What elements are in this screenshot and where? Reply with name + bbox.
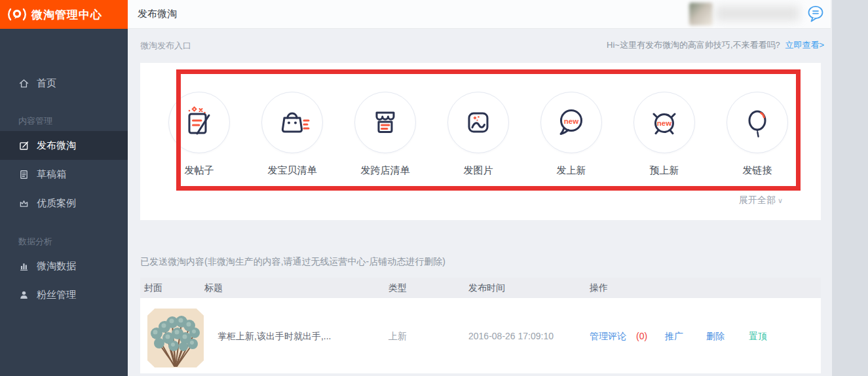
tip-text: Hi~这里有发布微淘的高富帅技巧,不来看看吗? (607, 40, 780, 50)
entry-item-label: 发图片 (464, 164, 493, 177)
row-title: 掌柜上新,该出手时就出手,... (217, 331, 331, 343)
sidebar-item-label: 首页 (37, 77, 56, 90)
entry-item-label: 发跨店清单 (361, 164, 410, 177)
entry-item-pre-new[interactable]: new 预上新 (618, 92, 711, 177)
entry-item-picture[interactable]: 发图片 (432, 92, 525, 177)
sidebar-section-analytics: 数据分析 (0, 232, 128, 252)
balloon-icon (726, 92, 788, 153)
table-header-row: 封面 标题 类型 发布时间 操作 (140, 278, 821, 298)
entry-icons-row: 发帖子 发宝贝清单 (153, 92, 804, 177)
entry-item-new-arrival[interactable]: new 发上新 (525, 92, 618, 177)
shopping-bag-icon (261, 92, 323, 153)
picture-icon (447, 92, 509, 153)
edit-square-icon (18, 140, 29, 151)
storefront-icon (354, 92, 416, 153)
sidebar-section-content: 内容管理 (0, 111, 128, 131)
row-publish-time: 2016-08-26 17:09:10 (468, 331, 554, 341)
col-header-cover: 封面 (144, 282, 162, 294)
message-bubble-icon[interactable] (806, 5, 825, 23)
promote-link[interactable]: 推广 (665, 331, 683, 343)
entry-card: 发帖子 发宝贝清单 (140, 63, 821, 220)
entry-item-crossstore-list[interactable]: 发跨店清单 (339, 92, 432, 177)
entry-item-post[interactable]: 发帖子 (153, 92, 246, 177)
col-header-type: 类型 (388, 282, 407, 294)
sidebar-item-fans[interactable]: 粉丝管理 (0, 280, 128, 309)
entry-item-product-list[interactable]: 发宝贝清单 (246, 92, 339, 177)
sidebar: 微淘管理中心 首页 内容管理 发布微淘 (0, 0, 128, 376)
topbar: 发布微淘 (128, 0, 831, 29)
chevron-down-icon: ∨ (778, 197, 783, 204)
username-blurred (715, 6, 799, 21)
svg-text:new: new (564, 117, 578, 125)
entry-item-label: 发上新 (557, 164, 586, 177)
sidebar-item-label: 粉丝管理 (37, 289, 76, 301)
sidebar-item-label: 微淘数据 (37, 260, 76, 273)
sidebar-item-home[interactable]: 首页 (0, 69, 128, 98)
col-header-publish-time: 发布时间 (468, 282, 505, 294)
entry-item-label: 发宝贝清单 (268, 164, 317, 177)
entry-item-label: 预上新 (650, 164, 679, 177)
weitao-admin-app: 微淘管理中心 首页 内容管理 发布微淘 (0, 0, 868, 376)
home-icon (18, 78, 29, 89)
expand-all-button[interactable]: 展开全部∨ (739, 195, 783, 206)
window-edge-strip (832, 0, 868, 376)
cover-thumbnail[interactable] (147, 309, 204, 367)
user-icon (18, 290, 29, 301)
sidebar-item-weitao-data[interactable]: 微淘数据 (0, 252, 128, 280)
col-header-actions: 操作 (590, 282, 608, 294)
main-content: 微淘发布入口 Hi~这里有发布微淘的高富帅技巧,不来看看吗? 立即查看> (128, 29, 831, 376)
bar-chart-icon (18, 261, 29, 272)
comment-count: (0) (636, 331, 647, 341)
table-row: 掌柜上新,该出手时就出手,... 上新 2016-08-26 17:09:10 … (140, 298, 821, 373)
entry-item-link[interactable]: 发链接 (711, 92, 804, 177)
sidebar-item-label: 优质案例 (37, 197, 76, 210)
sidebar-nav: 首页 内容管理 发布微淘 草稿箱 (0, 29, 128, 309)
row-type: 上新 (388, 331, 407, 343)
entry-item-label: 发帖子 (185, 164, 214, 177)
alarm-new-icon: new (633, 92, 695, 153)
sidebar-item-label: 发布微淘 (37, 140, 76, 152)
avatar[interactable] (689, 3, 713, 26)
col-header-title: 标题 (204, 282, 223, 294)
crown-icon (18, 198, 29, 209)
post-pen-icon (168, 92, 230, 153)
manage-comments-link[interactable]: 管理评论 (590, 331, 626, 343)
draft-doc-icon (18, 169, 29, 180)
sidebar-item-quality-cases[interactable]: 优质案例 (0, 189, 128, 217)
brand-title: 微淘管理中心 (31, 7, 102, 22)
broadcast-bubble-icon (8, 5, 26, 24)
sidebar-item-drafts[interactable]: 草稿箱 (0, 160, 128, 189)
entry-tip: Hi~这里有发布微淘的高富帅技巧,不来看看吗? 立即查看> (607, 39, 824, 51)
pin-top-link[interactable]: 置顶 (749, 331, 767, 343)
page-title: 发布微淘 (138, 8, 177, 20)
sidebar-item-publish-weitao[interactable]: 发布微淘 (0, 131, 128, 160)
published-table: 封面 标题 类型 发布时间 操作 (140, 278, 821, 373)
brand-logo[interactable]: 微淘管理中心 (0, 0, 128, 29)
sidebar-item-label: 草稿箱 (37, 168, 66, 181)
entry-section-label: 微淘发布入口 (140, 40, 191, 52)
entry-item-label: 发链接 (743, 164, 772, 177)
bubble-new-icon: new (540, 92, 602, 153)
published-section-label: 已发送微淘内容(非微淘生产的内容,请通过无线运营中心-店铺动态进行删除) (140, 256, 445, 268)
delete-link[interactable]: 删除 (706, 331, 725, 343)
expand-all-label: 展开全部 (739, 195, 776, 205)
svg-text:new: new (657, 119, 671, 127)
view-now-link[interactable]: 立即查看> (785, 40, 824, 50)
